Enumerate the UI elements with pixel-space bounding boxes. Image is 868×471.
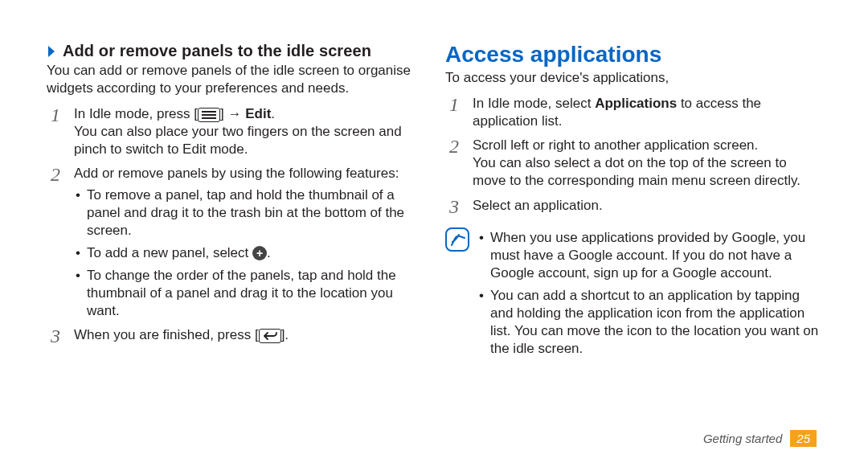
- left-steps: 1 In Idle mode, press [] → Edit. You can…: [47, 105, 423, 346]
- left-heading-text: Add or remove panels to the idle screen: [63, 42, 371, 60]
- step-2-line-2: You can also select a dot on the top of …: [473, 154, 821, 190]
- footer-section: Getting started: [703, 432, 782, 445]
- right-intro: To access your device's applications,: [445, 69, 821, 87]
- step-number: 2: [445, 137, 463, 190]
- right-step-2: 2 Scroll left or right to another applic…: [445, 137, 821, 190]
- left-step-1: 1 In Idle mode, press [] → Edit. You can…: [47, 105, 423, 158]
- text-fragment: In Idle mode, select: [473, 96, 595, 111]
- step-number: 1: [445, 95, 463, 130]
- left-step-3: 3 When you are finished, press [].: [47, 326, 423, 346]
- step-number: 1: [47, 105, 64, 158]
- bullet-add-panel: To add a new panel, select +.: [74, 244, 423, 262]
- text-fragment: ] →: [220, 106, 245, 121]
- applications-label: Applications: [595, 96, 677, 111]
- step-number: 3: [445, 197, 463, 216]
- right-column: Access applications To access your devic…: [445, 42, 821, 430]
- text-fragment: .: [271, 106, 275, 121]
- page-number: 25: [790, 430, 817, 447]
- step-3-line: When you are finished, press [].: [74, 326, 423, 344]
- left-heading: Add or remove panels to the idle screen: [47, 42, 423, 60]
- bullet-remove-panel: To remove a panel, tap and hold the thum…: [74, 186, 423, 240]
- step-2-intro: Add or remove panels by using the follow…: [74, 165, 423, 182]
- menu-key-icon: [198, 108, 220, 122]
- right-steps: 1 In Idle mode, select Applications to a…: [445, 95, 821, 358]
- right-heading: Access applications: [445, 42, 821, 68]
- text-fragment: To add a new panel, select: [87, 245, 252, 260]
- step-number: 3: [47, 326, 64, 346]
- left-column: Add or remove panels to the idle screen …: [47, 42, 423, 430]
- note-bullets: When you use applications provided by Go…: [477, 229, 821, 358]
- step-1-line: In Idle mode, select Applications to acc…: [473, 95, 821, 130]
- two-column-layout: Add or remove panels to the idle screen …: [47, 42, 821, 430]
- step-2-bullets: To remove a panel, tap and hold the thum…: [74, 186, 423, 321]
- text-fragment: When you are finished, press [: [74, 327, 259, 342]
- note-shortcut: You can add a shortcut to an application…: [477, 287, 821, 358]
- left-step-2: 2 Add or remove panels by using the foll…: [47, 165, 423, 320]
- step-3-line: Select an application.: [473, 197, 821, 215]
- note-icon: [445, 227, 469, 252]
- step-number: 2: [47, 165, 64, 320]
- chevron-right-icon: [47, 44, 56, 59]
- step-1-line-1: In Idle mode, press [] → Edit.: [74, 105, 423, 123]
- left-intro: You can add or remove panels of the idle…: [47, 62, 423, 97]
- text-fragment: ].: [281, 327, 289, 342]
- page-footer: Getting started 25: [47, 430, 821, 447]
- right-step-3: 3 Select an application.: [445, 197, 821, 216]
- back-key-icon: [259, 329, 281, 343]
- bullet-reorder-panels: To change the order of the panels, tap a…: [74, 267, 423, 320]
- note-google-account: When you use applications provided by Go…: [477, 229, 821, 282]
- add-panel-icon: +: [252, 246, 267, 260]
- edit-label: Edit: [245, 106, 271, 121]
- right-step-1: 1 In Idle mode, select Applications to a…: [445, 95, 821, 130]
- note-block: When you use applications provided by Go…: [445, 226, 821, 358]
- text-fragment: In Idle mode, press [: [74, 106, 198, 121]
- step-1-line-2: You can also place your two fingers on t…: [74, 123, 423, 158]
- step-2-line-1: Scroll left or right to another applicat…: [473, 137, 821, 154]
- text-fragment: .: [267, 245, 271, 260]
